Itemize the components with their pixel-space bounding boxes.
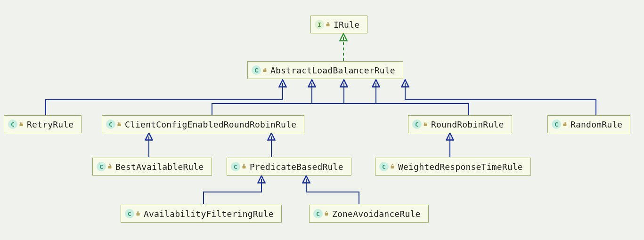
lock-icon [241, 164, 247, 169]
class-icon: C [552, 120, 561, 129]
type-badge: C [313, 209, 329, 218]
node-label: ZoneAvoidanceRule [332, 209, 421, 219]
type-badge: I [315, 20, 331, 29]
type-badge: C [125, 209, 141, 218]
type-badge: C [8, 120, 24, 129]
class-roundrobinrule: C RoundRobinRule [408, 115, 512, 133]
lock-icon [135, 211, 141, 216]
node-label: ClientConfigEnabledRoundRobinRule [125, 120, 296, 129]
class-icon: C [412, 120, 422, 129]
class-icon: C [125, 209, 134, 218]
lock-icon [562, 121, 568, 127]
class-icon: C [97, 162, 106, 171]
node-label: WeightedResponseTimeRule [398, 162, 523, 172]
lock-icon [390, 164, 395, 169]
class-icon: C [106, 120, 115, 129]
lock-icon [423, 121, 428, 127]
class-availabilityfilteringrule: C AvailabilityFilteringRule [121, 205, 282, 223]
class-icon: C [313, 209, 323, 218]
lock-icon [18, 121, 24, 127]
lock-icon [107, 164, 113, 169]
class-icon: C [252, 65, 261, 75]
node-label: AbstractLoadBalancerRule [270, 65, 395, 75]
type-badge: C [379, 162, 395, 171]
class-weightedresponsetimerule: C WeightedResponseTimeRule [375, 158, 531, 176]
node-label: PredicateBasedRule [250, 162, 343, 172]
node-label: RandomRule [571, 120, 622, 129]
class-retryrule: C RetryRule [4, 115, 82, 133]
type-badge: C [552, 120, 568, 129]
node-label: AvailabilityFilteringRule [144, 209, 274, 219]
type-badge: C [412, 120, 428, 129]
node-label: RetryRule [27, 120, 73, 129]
class-icon: C [231, 162, 240, 171]
node-label: RoundRobinRule [431, 120, 504, 129]
type-badge: C [252, 65, 268, 75]
lock-icon [325, 22, 331, 27]
class-clientconfigenabledroundrobinrule: C ClientConfigEnabledRoundRobinRule [102, 115, 304, 133]
node-label: IRule [334, 20, 359, 30]
class-bestavailablerule: C BestAvailableRule [92, 158, 212, 176]
type-badge: C [106, 120, 122, 129]
node-label: BestAvailableRule [115, 162, 204, 172]
lock-icon [262, 67, 268, 73]
class-icon: C [8, 120, 17, 129]
lock-icon [116, 121, 122, 127]
interface-icon: I [315, 20, 324, 29]
class-predicatebasedrule: C PredicateBasedRule [227, 158, 351, 176]
type-badge: C [231, 162, 247, 171]
type-badge: C [97, 162, 113, 171]
class-abstractloadbalancerrule: C AbstractLoadBalancerRule [247, 61, 403, 79]
interface-irule: I IRule [310, 16, 367, 33]
class-icon: C [379, 162, 389, 171]
class-randomrule: C RandomRule [547, 115, 630, 133]
class-zoneavoidancerule: C ZoneAvoidanceRule [309, 205, 429, 223]
lock-icon [324, 211, 329, 216]
